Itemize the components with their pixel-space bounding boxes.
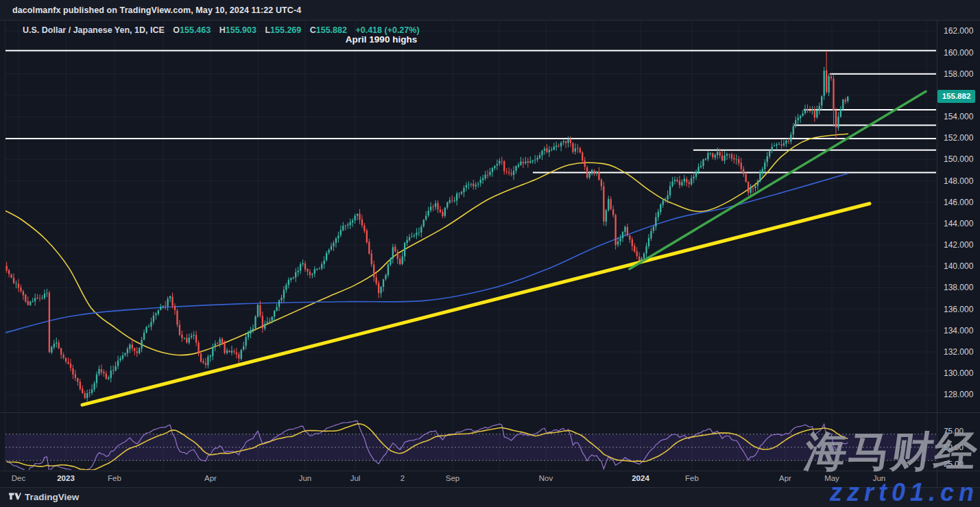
price-axis-label: 138.000	[944, 283, 973, 292]
price-axis-label: 140.000	[944, 261, 973, 271]
open-value: 155.463	[180, 25, 211, 35]
time-axis-tick: 2	[401, 474, 405, 482]
price-axis-label: 132.000	[944, 347, 973, 357]
price-axis-label: 152.000	[944, 133, 973, 143]
tradingview-snapshot: dacolmanfx published on TradingView.com,…	[0, 0, 980, 507]
low-label: L	[265, 25, 270, 35]
high-label: H	[219, 25, 226, 35]
time-axis-tick: Nov	[539, 474, 553, 482]
tradingview-logo-icon[interactable]	[9, 493, 21, 503]
high-value: 155.903	[226, 25, 256, 35]
price-axis-label: 136.000	[944, 305, 973, 314]
rsi-axis-label: 75.00	[944, 427, 964, 435]
time-axis-tick: Feb	[108, 474, 121, 482]
time-axis-tick: 2023	[57, 474, 75, 482]
chart-canvas[interactable]	[0, 0, 980, 507]
close-value: 155.882	[316, 25, 347, 35]
time-axis-tick: Apr	[204, 474, 217, 482]
open-label: O	[173, 25, 180, 35]
time-axis-tick: May	[824, 474, 839, 482]
time-axis-tick: Feb	[685, 474, 699, 482]
time-axis-tick: Dec	[12, 474, 25, 482]
time-axis-tick: Apr	[779, 474, 791, 482]
low-value: 155.269	[270, 25, 301, 35]
price-axis-label: 148.000	[944, 176, 973, 186]
price-axis-label: 134.000	[944, 326, 973, 335]
price-axis-label: 146.000	[944, 198, 973, 207]
footer-bar: TradingView	[0, 487, 980, 507]
rsi-axis-label: 25.00	[944, 460, 964, 468]
time-axis-tick: Jul	[350, 474, 361, 482]
time-axis-tick: 2024	[632, 474, 649, 482]
time-axis-tick: Sep	[446, 474, 459, 482]
time-axis[interactable]: Dec2023FebAprJunJul2SepNov2024FebAprMayJ…	[0, 471, 980, 487]
time-axis-tick: Jun	[873, 474, 886, 482]
symbol-title: U.S. Dollar / Japanese Yen, 1D, ICE	[23, 25, 165, 35]
price-axis-label: 130.000	[944, 368, 973, 378]
price-axis-label: 144.000	[944, 219, 973, 228]
price-axis-label: 142.000	[944, 240, 973, 250]
price-axis-label: 150.000	[944, 154, 973, 164]
price-axis-label: 128.000	[944, 390, 973, 399]
tradingview-brand[interactable]: TradingView	[25, 488, 79, 507]
price-axis-label: 162.000	[944, 26, 973, 36]
price-axis-label: 154.000	[944, 112, 973, 121]
chart-annotation: April 1990 highs	[346, 34, 417, 45]
time-axis-tick: Jun	[299, 474, 312, 482]
price-axis-label: 158.000	[944, 69, 973, 79]
price-axis-label: 160.000	[944, 48, 973, 58]
last-price-label: 155.882	[937, 90, 975, 103]
rsi-axis-label: 50.00	[944, 443, 964, 451]
close-label: C	[310, 25, 316, 35]
